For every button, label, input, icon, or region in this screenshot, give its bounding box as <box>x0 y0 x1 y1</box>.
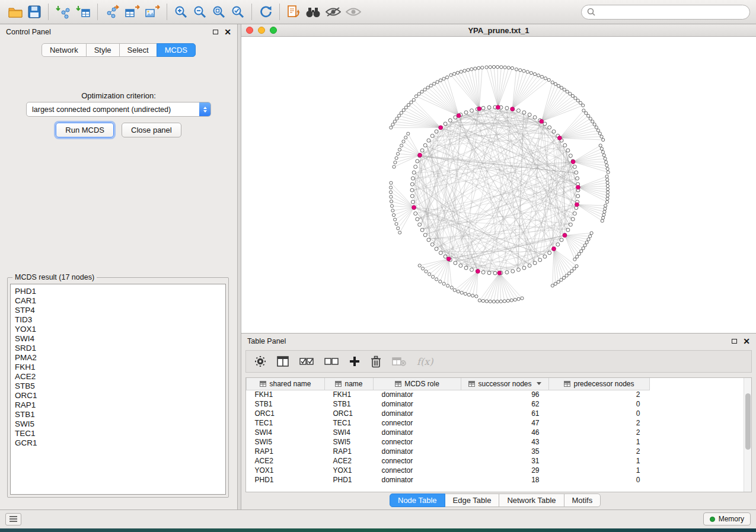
graph-node[interactable] <box>390 200 393 203</box>
graph-node[interactable] <box>444 255 447 258</box>
save-session-button[interactable] <box>25 2 44 22</box>
graph-node[interactable] <box>457 290 460 293</box>
graph-node[interactable] <box>390 204 393 207</box>
close-mcds-panel-button[interactable]: Close panel <box>122 123 181 137</box>
graph-edge[interactable] <box>512 80 549 109</box>
mcds-result-item[interactable]: FKH1 <box>15 363 225 372</box>
show-graphics-details-button[interactable] <box>343 2 363 22</box>
graph-node[interactable] <box>543 255 547 258</box>
deselect-all-columns-button[interactable] <box>324 356 339 367</box>
float-table-panel-icon[interactable] <box>732 339 737 344</box>
graph-node[interactable] <box>489 300 492 303</box>
graph-node[interactable] <box>496 65 499 68</box>
graph-edge[interactable] <box>573 149 602 162</box>
graph-node[interactable] <box>448 118 452 122</box>
graph-edge[interactable] <box>479 68 482 108</box>
graph-node[interactable] <box>576 99 579 102</box>
zoom-out-button[interactable] <box>190 2 209 22</box>
graph-node[interactable] <box>389 186 392 189</box>
graph-node[interactable] <box>395 222 398 225</box>
graph-node[interactable] <box>529 72 532 75</box>
graph-node[interactable] <box>398 231 401 234</box>
mcds-hub-node[interactable] <box>418 153 422 157</box>
table-settings-button[interactable] <box>254 355 266 367</box>
import-table-button[interactable] <box>73 2 93 22</box>
mcds-result-item[interactable]: CAR1 <box>15 296 225 306</box>
mcds-result-item[interactable]: STB1 <box>15 410 225 419</box>
graph-node[interactable] <box>566 228 570 232</box>
graph-node[interactable] <box>433 82 436 85</box>
graph-node[interactable] <box>601 219 604 222</box>
graph-node[interactable] <box>585 111 588 114</box>
open-session-button[interactable] <box>6 2 25 22</box>
mcds-hub-node[interactable] <box>540 120 544 124</box>
dropdown-stepper-icon[interactable] <box>199 102 210 116</box>
graph-node[interactable] <box>402 108 405 111</box>
graph-node[interactable] <box>470 68 473 70</box>
graph-edge[interactable] <box>494 67 498 107</box>
graph-edge[interactable] <box>391 183 414 207</box>
table-cell[interactable]: 2 <box>549 390 650 399</box>
graph-node[interactable] <box>420 149 424 152</box>
graph-node[interactable] <box>418 223 422 226</box>
mcds-hub-node[interactable] <box>575 203 579 207</box>
graph-node[interactable] <box>551 81 554 84</box>
table-row[interactable]: ORC1ORC1dominator610 <box>247 409 650 418</box>
graph-node[interactable] <box>573 258 576 261</box>
graph-node[interactable] <box>576 255 579 258</box>
column-header-successor-nodes[interactable]: successor nodes <box>461 378 549 390</box>
graph-node[interactable] <box>418 264 421 267</box>
graph-edge[interactable] <box>498 68 512 107</box>
mcds-result-item[interactable]: ACE2 <box>15 372 225 382</box>
table-cell[interactable]: 31 <box>461 456 549 466</box>
graph-edge[interactable] <box>426 259 448 271</box>
table-cell[interactable]: 0 <box>549 409 650 418</box>
memory-button[interactable]: Memory <box>703 512 751 525</box>
mcds-hub-node[interactable] <box>439 126 443 130</box>
table-cell[interactable]: 29 <box>461 466 549 475</box>
graph-node[interactable] <box>487 271 491 275</box>
table-row[interactable]: STB1STB1dominator620 <box>247 399 650 409</box>
table-cell[interactable]: connector <box>374 437 461 447</box>
graph-edge[interactable] <box>393 207 414 210</box>
graph-edge[interactable] <box>449 259 452 287</box>
graph-node[interactable] <box>426 86 429 89</box>
graph-node[interactable] <box>493 271 497 275</box>
graph-edge[interactable] <box>442 129 566 151</box>
mcds-result-item[interactable]: SWI5 <box>15 419 225 429</box>
table-row[interactable]: ACE2ACE2connector311 <box>247 456 650 466</box>
graph-node[interactable] <box>560 278 563 281</box>
criterion-dropdown[interactable]: largest connected component (undirected) <box>26 102 211 117</box>
graph-node[interactable] <box>578 252 580 255</box>
graph-node[interactable] <box>446 76 449 79</box>
graph-edge[interactable] <box>406 107 441 127</box>
network-canvas[interactable] <box>241 37 756 333</box>
mcds-hub-node[interactable] <box>552 247 556 251</box>
graph-node[interactable] <box>606 197 609 200</box>
graph-node[interactable] <box>417 92 420 95</box>
column-menu-arrow-icon[interactable] <box>537 382 541 385</box>
graph-node[interactable] <box>478 299 481 302</box>
graph-node[interactable] <box>496 300 499 303</box>
graph-edge[interactable] <box>414 146 563 179</box>
graph-edge[interactable] <box>512 78 546 109</box>
graph-node[interactable] <box>574 97 577 100</box>
graph-edge[interactable] <box>560 116 588 138</box>
graph-edge[interactable] <box>578 177 607 187</box>
graph-edge[interactable] <box>541 105 583 121</box>
hide-graphics-details-button[interactable] <box>323 2 343 22</box>
graph-node[interactable] <box>589 117 592 120</box>
graph-edge[interactable] <box>512 72 528 109</box>
graph-node[interactable] <box>511 66 513 69</box>
share-document-button[interactable] <box>284 2 303 22</box>
table-cell[interactable]: connector <box>374 466 461 475</box>
graph-node[interactable] <box>604 207 607 210</box>
task-history-button[interactable] <box>5 513 21 525</box>
table-cell[interactable]: FKH1 <box>247 390 325 399</box>
table-cell[interactable]: PHD1 <box>247 475 325 485</box>
graph-node[interactable] <box>575 171 578 174</box>
table-cell[interactable]: dominator <box>374 447 461 456</box>
graph-node[interactable] <box>411 177 414 180</box>
graph-node[interactable] <box>600 147 603 150</box>
graph-node[interactable] <box>467 293 470 296</box>
